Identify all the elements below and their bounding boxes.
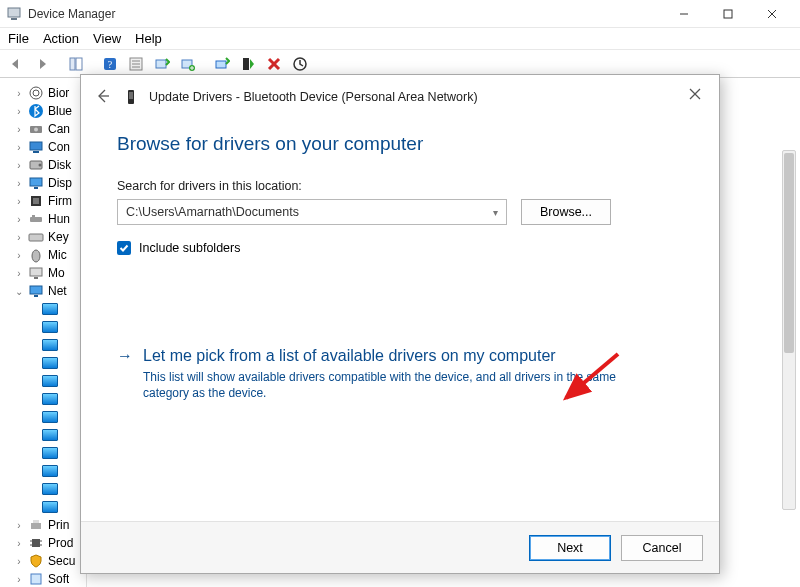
nav-forward-button[interactable]: [30, 53, 54, 75]
network-adapter-icon: [42, 303, 58, 315]
menu-file[interactable]: File: [8, 31, 29, 46]
tree-item-label: Hun: [48, 212, 70, 226]
tree-item[interactable]: ›Key: [14, 228, 86, 246]
tree-item[interactable]: ›Disk: [14, 156, 86, 174]
tree-item[interactable]: ›Prin: [14, 516, 86, 534]
display-icon: [28, 175, 44, 191]
driver-path-value: C:\Users\Amarnath\Documents: [126, 205, 299, 219]
svg-rect-14: [156, 60, 166, 68]
network-adapter-icon: [42, 447, 58, 459]
svg-rect-38: [32, 215, 35, 217]
svg-rect-33: [30, 178, 42, 186]
network-adapter-icon: [42, 501, 58, 513]
scrollbar-thumb[interactable]: [784, 153, 794, 353]
browse-button[interactable]: Browse...: [521, 199, 611, 225]
disable-device-button[interactable]: [236, 53, 260, 75]
chevron-right-icon: ›: [14, 178, 24, 189]
scan-changes-button[interactable]: [288, 53, 312, 75]
window-title: Device Manager: [28, 7, 115, 21]
dialog-heading: Browse for drivers on your computer: [117, 133, 683, 155]
bluetooth-icon: [28, 103, 44, 119]
tree-item[interactable]: ›Con: [14, 138, 86, 156]
driver-path-combo[interactable]: C:\Users\Amarnath\Documents ▾: [117, 199, 507, 225]
tree-item[interactable]: ›Firm: [14, 192, 86, 210]
tree-item[interactable]: ›Mic: [14, 246, 86, 264]
tree-item-label: Mo: [48, 266, 65, 280]
show-hide-tree-button[interactable]: [64, 53, 88, 75]
menu-action[interactable]: Action: [43, 31, 79, 46]
menu-help[interactable]: Help: [135, 31, 162, 46]
tree-item[interactable]: ›Hun: [14, 210, 86, 228]
tree-item-label: Can: [48, 122, 70, 136]
pick-from-list-title: Let me pick from a list of available dri…: [143, 345, 663, 367]
svg-rect-1: [11, 18, 17, 20]
svg-rect-37: [30, 217, 42, 222]
properties-button[interactable]: [124, 53, 148, 75]
maximize-button[interactable]: [706, 0, 750, 28]
next-button[interactable]: Next: [529, 535, 611, 561]
chevron-right-icon: ›: [14, 268, 24, 279]
processor-icon: [28, 535, 44, 551]
network-adapter-icon: [42, 411, 58, 423]
tree-item[interactable]: ›Blue: [14, 102, 86, 120]
tree-item[interactable]: ›Soft: [14, 570, 86, 587]
vertical-scrollbar[interactable]: [782, 150, 796, 510]
uninstall-device-button[interactable]: [262, 53, 286, 75]
keyboard-icon: [28, 229, 44, 245]
svg-point-40: [32, 250, 40, 262]
arrow-right-icon: →: [117, 345, 133, 367]
network-adapter-icon: [42, 393, 58, 405]
svg-rect-52: [31, 574, 41, 584]
tree-item[interactable]: ⌄Net: [14, 282, 86, 300]
tree-item[interactable]: ›Mo: [14, 264, 86, 282]
network-adapter-icon: [42, 429, 58, 441]
tree-item[interactable]: ›Can: [14, 120, 86, 138]
svg-rect-39: [29, 234, 43, 241]
include-subfolders-label[interactable]: Include subfolders: [139, 241, 240, 255]
tree-item-label: Disp: [48, 176, 72, 190]
help-button[interactable]: ?: [98, 53, 122, 75]
svg-rect-44: [34, 295, 38, 297]
close-button[interactable]: [750, 0, 794, 28]
cancel-button[interactable]: Cancel: [621, 535, 703, 561]
hid-icon: [28, 211, 44, 227]
network-adapter-icon: [42, 375, 58, 387]
add-legacy-button[interactable]: [176, 53, 200, 75]
svg-rect-20: [243, 58, 249, 70]
nav-back-button[interactable]: [4, 53, 28, 75]
tree-item-label: Firm: [48, 194, 72, 208]
scan-hardware-button[interactable]: [150, 53, 174, 75]
svg-rect-36: [33, 198, 39, 204]
dialog-close-button[interactable]: [681, 83, 709, 105]
network-icon: [28, 283, 44, 299]
device-tree[interactable]: ›Bior›Blue›Can›Con›Disk›Disp›Firm›Hun›Ke…: [0, 78, 86, 587]
dialog-back-button[interactable]: [93, 88, 113, 107]
menu-view[interactable]: View: [93, 31, 121, 46]
chevron-right-icon: ›: [14, 556, 24, 567]
svg-rect-43: [30, 286, 42, 294]
camera-icon: [28, 121, 44, 137]
svg-rect-47: [32, 539, 40, 547]
tree-item-label: Mic: [48, 248, 67, 262]
update-driver-button[interactable]: [210, 53, 234, 75]
svg-rect-57: [129, 92, 133, 99]
monitor-icon: [28, 265, 44, 281]
svg-rect-45: [31, 523, 41, 529]
chevron-right-icon: ›: [14, 142, 24, 153]
chevron-down-icon: ⌄: [14, 286, 24, 297]
tree-item[interactable]: ›Disp: [14, 174, 86, 192]
biometric-icon: [28, 85, 44, 101]
chevron-right-icon: ›: [14, 88, 24, 99]
minimize-button[interactable]: [662, 0, 706, 28]
chevron-right-icon: ›: [14, 538, 24, 549]
pick-from-list-option[interactable]: → Let me pick from a list of available d…: [117, 345, 683, 401]
tree-item[interactable]: ›Secu: [14, 552, 86, 570]
chevron-down-icon: ▾: [493, 207, 498, 218]
chevron-right-icon: ›: [14, 124, 24, 135]
tree-item[interactable]: ›Prod: [14, 534, 86, 552]
tree-item-label: Key: [48, 230, 69, 244]
include-subfolders-checkbox[interactable]: [117, 241, 131, 255]
tree-item-label: Disk: [48, 158, 71, 172]
tree-item[interactable]: ›Bior: [14, 84, 86, 102]
firmware-icon: [28, 193, 44, 209]
